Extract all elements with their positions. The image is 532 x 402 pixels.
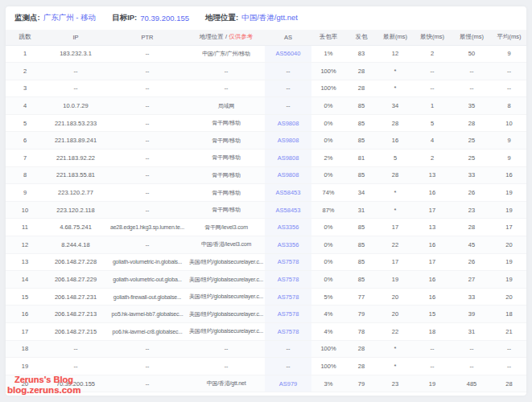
as-link[interactable]: AS7578 bbox=[278, 310, 299, 318]
cell-avg: 19 bbox=[492, 184, 526, 202]
cell-best: 13 bbox=[413, 166, 452, 184]
cell-ip: 206.148.27.215 bbox=[44, 323, 107, 341]
cell-sent: 31 bbox=[345, 201, 377, 219]
monitor-point-value[interactable]: 广东广州 - 移动 bbox=[43, 13, 96, 23]
as-link[interactable]: AS9808 bbox=[278, 137, 299, 144]
table-row: 3--------100%28*------ bbox=[6, 80, 526, 97]
cell-loss: 0% bbox=[311, 97, 345, 115]
cell-as: AS7578 bbox=[265, 288, 311, 306]
table-row: 1183.232.3.1--中国/广东/广州/移动AS560401%831225… bbox=[6, 45, 526, 63]
as-link[interactable]: AS58453 bbox=[276, 189, 301, 196]
as-link[interactable]: AS7578 bbox=[278, 293, 299, 301]
as-link[interactable]: AS58453 bbox=[276, 207, 301, 214]
cell-as: AS9808 bbox=[265, 114, 311, 132]
cell-hop: 20 bbox=[6, 375, 44, 392]
geo-location: 地理位置: 中国/香港/gtt.net bbox=[205, 13, 298, 23]
as-link[interactable]: AS979 bbox=[279, 380, 298, 388]
column-header-loc: 地理位置 / 仅供参考 bbox=[188, 30, 265, 45]
cell-ptr: -- bbox=[107, 358, 188, 375]
cell-latest: 22 bbox=[377, 236, 413, 254]
as-link[interactable]: AS3356 bbox=[278, 224, 299, 231]
cell-avg: 8 bbox=[492, 97, 526, 115]
column-header-loss: 丢包率 bbox=[311, 30, 345, 45]
column-header-sent: 发包 bbox=[345, 30, 377, 45]
cell-best: 2 bbox=[413, 45, 452, 63]
cell-avg: 20 bbox=[492, 236, 526, 254]
cell-worst: -- bbox=[452, 358, 492, 375]
as-link[interactable]: AS7578 bbox=[278, 276, 299, 283]
as-link[interactable]: AS9808 bbox=[278, 120, 299, 127]
as-link[interactable]: AS7578 bbox=[278, 258, 299, 265]
cell-sent: 81 bbox=[345, 150, 377, 167]
cell-loc: 骨干网/移动 bbox=[188, 201, 265, 219]
cell-loc: 骨干网/level3.com bbox=[188, 219, 265, 236]
cell-ip: 223.120.2.77 bbox=[44, 184, 107, 202]
cell-ip: -- bbox=[44, 358, 107, 375]
cell-avg: 19 bbox=[492, 253, 526, 271]
column-header-as: AS bbox=[265, 30, 311, 45]
cell-avg: 18 bbox=[492, 306, 526, 323]
cell-hop: 15 bbox=[6, 288, 44, 306]
cell-sent: 28 bbox=[345, 63, 377, 80]
as-link[interactable]: AS3356 bbox=[278, 241, 299, 248]
cell-hop: 11 bbox=[6, 219, 44, 236]
geo-location-label: 地理位置: bbox=[205, 13, 238, 23]
cell-latest: 17 bbox=[377, 253, 413, 271]
cell-hop: 7 bbox=[6, 150, 44, 167]
cell-latest: 20 bbox=[377, 288, 413, 306]
column-header-ip: IP bbox=[44, 30, 107, 45]
cell-ptr: goliath-volumetric-in.globals... bbox=[107, 253, 188, 271]
cell-ip: 183.232.3.1 bbox=[44, 45, 107, 63]
as-link[interactable]: AS9808 bbox=[278, 171, 299, 178]
cell-loc: 骨干网/移动 bbox=[188, 184, 265, 202]
table-row: 2--------100%28*------ bbox=[6, 63, 526, 80]
as-link[interactable]: AS7578 bbox=[278, 328, 299, 335]
cell-ip: 206.148.27.229 bbox=[44, 271, 107, 289]
info-bar: 监测点: 广东广州 - 移动 目标IP: 70.39.200.155 地理位置:… bbox=[6, 6, 526, 30]
cell-ptr: -- bbox=[107, 132, 188, 150]
cell-ptr: -- bbox=[107, 201, 188, 219]
cell-best: -- bbox=[413, 63, 452, 80]
cell-avg: 16 bbox=[492, 166, 526, 184]
cell-best: 16 bbox=[413, 288, 452, 306]
cell-latest: 17 bbox=[377, 219, 413, 236]
table-row: 9223.120.2.77--骨干网/移动AS5845374%34*162619 bbox=[6, 184, 526, 202]
cell-loc: 美国/纽约/globalsecurelayer.c... bbox=[188, 323, 265, 341]
column-header-hop: 跳数 bbox=[6, 30, 44, 45]
cell-best: -- bbox=[413, 80, 452, 97]
cell-best: 17 bbox=[413, 201, 452, 219]
cell-loss: 100% bbox=[311, 358, 345, 375]
cell-hop: 6 bbox=[6, 132, 44, 150]
cell-as: AS3356 bbox=[265, 219, 311, 236]
cell-loc: 美国/纽约/globalsecurelayer.c... bbox=[188, 271, 265, 289]
table-row: 5221.183.53.233--骨干网/移动AS98080%852852810 bbox=[6, 114, 526, 132]
cell-ptr: -- bbox=[107, 184, 188, 202]
cell-latest: * bbox=[377, 63, 413, 80]
cell-avg: 9 bbox=[492, 45, 526, 63]
cell-loss: 4% bbox=[311, 306, 345, 323]
cell-loc: 中国/香港/level3.com bbox=[188, 236, 265, 254]
cell-hop: 16 bbox=[6, 306, 44, 323]
cell-loss: 87% bbox=[311, 201, 345, 219]
as-link[interactable]: AS56040 bbox=[276, 50, 301, 57]
cell-ptr: -- bbox=[107, 150, 188, 167]
cell-best: -- bbox=[413, 340, 452, 358]
as-link[interactable]: AS9808 bbox=[278, 154, 299, 162]
cell-loss: 0% bbox=[311, 132, 345, 150]
cell-sent: 78 bbox=[345, 323, 377, 341]
cell-best: 1 bbox=[413, 97, 452, 115]
geo-location-value[interactable]: 中国/香港/gtt.net bbox=[241, 13, 298, 23]
cell-loc: -- bbox=[188, 80, 265, 97]
cell-as: AS7578 bbox=[265, 271, 311, 289]
target-ip-value[interactable]: 70.39.200.155 bbox=[140, 14, 189, 23]
location-header-note: 仅供参考 bbox=[229, 33, 253, 40]
cell-worst: -- bbox=[452, 340, 492, 358]
cell-loss: 1% bbox=[311, 45, 345, 63]
table-row: 14206.148.27.229goliath-volumetric-out.g… bbox=[6, 271, 526, 289]
cell-sent: 85 bbox=[345, 253, 377, 271]
cell-worst: 27 bbox=[452, 271, 492, 289]
table-row: 10223.120.2.118--骨干网/移动AS5845387%31*1723… bbox=[6, 201, 526, 219]
cell-best: 18 bbox=[413, 323, 452, 341]
monitor-point-label: 监测点: bbox=[14, 13, 40, 23]
cell-ip: 8.244.4.18 bbox=[44, 236, 107, 254]
